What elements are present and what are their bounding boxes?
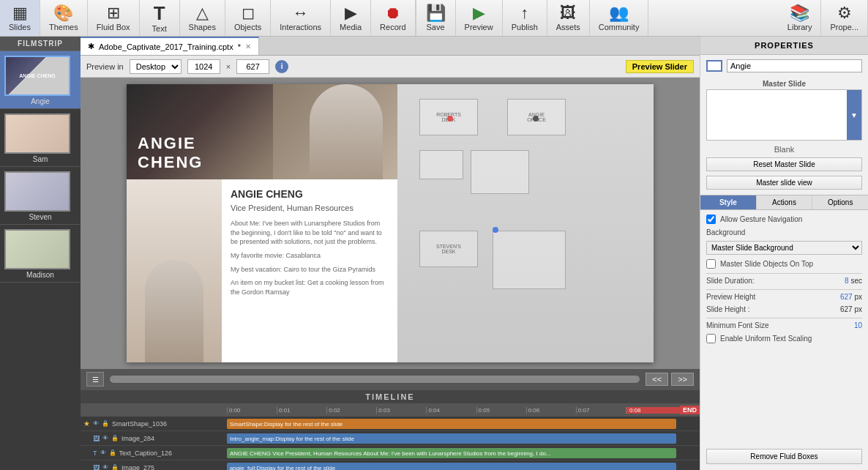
slide-person-photo (127, 179, 222, 362)
next-slide-button[interactable]: >> (671, 373, 694, 386)
toolbar-save[interactable]: 💾 Save (416, 0, 456, 36)
tl-star4-icon: ★ (83, 463, 90, 470)
toolbar-community[interactable]: 👥 Community (590, 0, 649, 36)
toolbar-media[interactable]: ▶ Media (331, 0, 371, 36)
text-icon: T (154, 4, 165, 23)
slide-menu-button[interactable]: ☰ (86, 372, 104, 387)
remove-fluid-button[interactable]: Remove Fluid Boxes (706, 449, 862, 464)
tl-eye2-icon[interactable]: 👁 (102, 435, 108, 441)
toolbar-objects[interactable]: ◻ Objects (225, 0, 271, 36)
preview-slider-button[interactable]: Preview Slider (626, 60, 694, 73)
background-label-row: Background (706, 228, 862, 236)
tl-lock-icon[interactable]: 🔒 (102, 420, 109, 427)
tl-name-smartshape: SmartShape_1036 (112, 420, 224, 428)
fluidbox-icon: ⊞ (107, 5, 120, 21)
divider-2 (706, 289, 862, 290)
slide-height-unit: px (854, 305, 862, 313)
slide-name-input[interactable] (727, 59, 862, 72)
toolbar-interactions[interactable]: ↔ Interactions (271, 0, 331, 36)
toolbar-shapes[interactable]: △ Shapes (180, 0, 225, 36)
toolbar-slides[interactable]: ▦ Slides (0, 0, 40, 36)
tl-lock2-icon[interactable]: 🔒 (111, 435, 119, 441)
tl-eye3-icon[interactable]: 👁 (100, 450, 106, 456)
bio-about: About Me: I've been with Lunarsphere Stu… (231, 219, 389, 247)
shapes-icon: △ (196, 5, 209, 21)
tl-track-image284[interactable]: Intro_angie_map:Display for the rest of … (227, 431, 700, 445)
preview-height-input[interactable] (236, 59, 269, 74)
community-label: Community (599, 23, 640, 31)
toolbar: ▦ Slides 🎨 Themes ⊞ Fluid Box T Text △ S… (0, 0, 868, 37)
ruler-2: 0:02 (326, 407, 376, 414)
reset-master-button[interactable]: Reset Master Slide (706, 157, 862, 171)
master-view-button[interactable]: Master slide view (706, 176, 862, 190)
background-select[interactable]: Master Slide Background (706, 241, 862, 255)
toolbar-text[interactable]: T Text (140, 0, 180, 36)
preview-height-label: Preview Height (706, 293, 755, 301)
toolbar-preview[interactable]: ▶ Preview (456, 0, 503, 36)
toolbar-fluidbox[interactable]: ⊞ Fluid Box (88, 0, 140, 36)
ruler-6: 0:06 (526, 407, 576, 414)
allow-gesture-label: Allow Gesture Navigation (720, 215, 802, 223)
tl-bar-image275: angie_full:Display for the rest of the s… (227, 463, 676, 470)
person-silhouette (145, 260, 203, 362)
tl-track-smartshape[interactable]: SmartShape:Display for the rest of the s… (227, 417, 700, 430)
tl-lock4-icon[interactable]: 🔒 (111, 464, 119, 470)
slide-left-panel: ANGIE CHENG ANGIE CHENG Vice President, … (127, 84, 397, 362)
min-font-label: Minimum Font Size (706, 321, 769, 329)
filmstrip-thumb-steven (4, 171, 70, 212)
toolbar-publish[interactable]: ↑ Publish (503, 0, 547, 36)
tl-name-image284: Image_284 (121, 435, 224, 442)
filmstrip-item-steven[interactable]: Steven (0, 167, 81, 225)
tl-eye-icon[interactable]: 👁 (93, 420, 99, 427)
master-slide-preview[interactable]: ▼ (706, 89, 862, 141)
bio-movie: My favorite movie: Casablanca (231, 251, 389, 261)
tl-bar-text126: ANGIE CHENG Vice President, Human Resour… (227, 448, 676, 458)
map-room-5: STEVEN'SDESK (419, 231, 478, 267)
toolbar-record[interactable]: ⏺ Record (371, 0, 415, 36)
tl-eye4-icon[interactable]: 👁 (102, 464, 108, 470)
tl-track-text126[interactable]: ANGIE CHENG Vice President, Human Resour… (227, 446, 700, 460)
map-room-3 (419, 150, 463, 179)
active-tab[interactable]: ✱ Adobe_Captivate_2017_Training.cptx * ✕ (81, 37, 259, 55)
min-font-value[interactable]: 10 (854, 321, 862, 329)
master-dropdown-arrow[interactable]: ▼ (847, 90, 861, 140)
toolbar-assets[interactable]: 🖼 Assets (547, 0, 590, 36)
preview-height-value[interactable]: 627 (840, 293, 853, 301)
timeline: TIMELINE 0:00 0:01 0:02 0:03 0:04 0:05 0… (81, 389, 700, 470)
preview-in-label: Preview in (86, 62, 124, 71)
tl-bar-smartshape: SmartShape:Display for the rest of the s… (227, 419, 676, 429)
record-label: Record (380, 23, 405, 31)
prev-slide-button[interactable]: << (646, 373, 668, 386)
toolbar-library[interactable]: 📚 Library (779, 0, 822, 36)
tl-controls-text126: ★ T 👁 🔒 Text_Caption_126 (81, 446, 227, 460)
preview-mode-select[interactable]: Desktop (130, 59, 182, 74)
preview-info-icon[interactable]: i (275, 60, 288, 73)
ruler-3: 0:03 (376, 407, 426, 414)
map-dot-3 (493, 227, 498, 233)
master-objects-checkbox[interactable] (706, 259, 716, 269)
interactions-label: Interactions (280, 23, 321, 31)
slide-scrollbar[interactable] (110, 376, 640, 383)
allow-gesture-checkbox[interactable] (706, 215, 716, 224)
tab-style[interactable]: Style (700, 195, 757, 209)
filmstrip-item-angie[interactable]: ANGIE CHENG Angie (0, 51, 81, 109)
tl-track-image275[interactable]: angie_full:Display for the rest of the s… (227, 460, 700, 470)
filmstrip-label-sam: Sam (4, 154, 76, 165)
ruler-4: 0:04 (426, 407, 476, 414)
preview-width-input[interactable] (187, 59, 220, 74)
slide-duration-value[interactable]: 8 (845, 277, 849, 285)
tab-options[interactable]: Options (812, 195, 868, 209)
tl-lock3-icon[interactable]: 🔒 (109, 450, 116, 456)
tab-close-button[interactable]: ✕ (245, 42, 251, 51)
min-font-row: Minimum Font Size 10 (706, 321, 862, 329)
filmstrip-item-madison[interactable]: Madison (0, 225, 81, 283)
divider-3 (706, 318, 862, 318)
toolbar-themes[interactable]: 🎨 Themes (40, 0, 88, 36)
toolbar-properties[interactable]: ⚙ Prope... (821, 0, 868, 36)
uniform-text-checkbox[interactable] (706, 334, 716, 343)
filmstrip-header: FILMSTRIP (0, 37, 81, 51)
filmstrip-item-sam[interactable]: Sam (0, 109, 81, 167)
ruler-8: 0:08 (626, 407, 680, 414)
tab-actions[interactable]: Actions (757, 195, 813, 209)
community-icon: 👥 (609, 5, 629, 21)
